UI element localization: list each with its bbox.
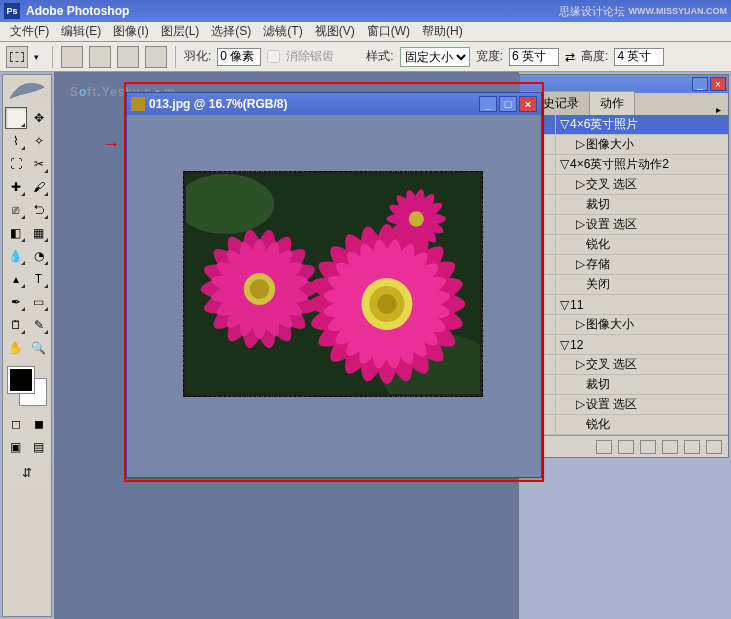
panel-close-button[interactable]: × xyxy=(710,77,726,91)
foreground-color[interactable] xyxy=(8,367,34,393)
action-row[interactable]: ✔锐化 xyxy=(520,415,728,435)
document-titlebar[interactable]: 013.jpg @ 16.7%(RGB/8) _ □ × xyxy=(127,93,541,115)
quickmask-mode-icon[interactable]: ◼ xyxy=(28,413,50,435)
menu-window[interactable]: 窗口(W) xyxy=(361,21,416,42)
style-select[interactable]: 固定大小 xyxy=(400,47,470,67)
move-tool[interactable]: ✥ xyxy=(28,107,50,129)
panel-minimize-button[interactable]: _ xyxy=(692,77,708,91)
dodge-tool[interactable]: ◔ xyxy=(28,245,50,267)
panel-menu-icon[interactable]: ▸ xyxy=(712,104,728,115)
menu-layer[interactable]: 图层(L) xyxy=(155,21,206,42)
type-tool[interactable]: T xyxy=(28,268,50,290)
action-row[interactable]: ✔裁切 xyxy=(520,195,728,215)
hand-tool[interactable]: ✋ xyxy=(5,337,27,359)
feather-input[interactable] xyxy=(217,48,261,66)
pen-tool[interactable]: ✒ xyxy=(5,291,27,313)
color-wells[interactable] xyxy=(6,365,48,407)
swap-dims-icon[interactable]: ⇄ xyxy=(565,50,575,64)
new-set-button[interactable] xyxy=(662,440,678,454)
selection-subtract-icon[interactable] xyxy=(117,46,139,68)
selection-intersect-icon[interactable] xyxy=(145,46,167,68)
disclosure-icon[interactable]: ▷ xyxy=(574,217,586,231)
disclosure-icon[interactable]: ▷ xyxy=(574,317,586,331)
feather-label: 羽化: xyxy=(184,48,211,65)
screenmode-2-icon[interactable]: ▤ xyxy=(28,436,50,458)
app-title: Adobe Photoshop xyxy=(26,4,129,18)
row-label: ▽11 xyxy=(556,298,583,312)
doc-maximize-button[interactable]: □ xyxy=(499,96,517,112)
actions-list[interactable]: ✔▽4×6英寸照片✔▷图像大小✔▽4×6英寸照片动作2✔▷交叉 选区✔裁切✔▷设… xyxy=(520,115,728,435)
width-input[interactable] xyxy=(509,48,559,66)
disclosure-icon[interactable]: ▽ xyxy=(558,117,570,131)
doc-close-button[interactable]: × xyxy=(519,96,537,112)
action-row[interactable]: ✔▷存储 xyxy=(520,255,728,275)
action-row[interactable]: ✔▽11 xyxy=(520,295,728,315)
action-row[interactable]: ✔关闭 xyxy=(520,275,728,295)
play-button[interactable] xyxy=(640,440,656,454)
action-row[interactable]: ✔裁切 xyxy=(520,375,728,395)
new-action-button[interactable] xyxy=(684,440,700,454)
action-row[interactable]: ✔▷设置 选区 xyxy=(520,395,728,415)
disclosure-icon[interactable]: ▽ xyxy=(558,338,570,352)
menu-view[interactable]: 视图(V) xyxy=(309,21,361,42)
eraser-tool[interactable]: ◧ xyxy=(5,222,27,244)
stamp-tool[interactable]: ⎚ xyxy=(5,199,27,221)
standard-mode-icon[interactable]: ◻ xyxy=(5,413,27,435)
selection-new-icon[interactable] xyxy=(61,46,83,68)
blur-tool[interactable]: 💧 xyxy=(5,245,27,267)
menu-help[interactable]: 帮助(H) xyxy=(416,21,469,42)
tab-actions[interactable]: 动作 xyxy=(589,91,635,115)
menu-edit[interactable]: 编辑(E) xyxy=(55,21,107,42)
menu-select[interactable]: 选择(S) xyxy=(205,21,257,42)
trash-button[interactable] xyxy=(706,440,722,454)
doc-minimize-button[interactable]: _ xyxy=(479,96,497,112)
zoom-tool[interactable]: 🔍 xyxy=(28,337,50,359)
workspace: Soft.Yesky.c●m → 013.jpg @ 16.7%(RGB/8) … xyxy=(54,72,519,619)
action-row[interactable]: ✔锐化 xyxy=(520,235,728,255)
forum-name: 思缘设计论坛 xyxy=(559,4,625,19)
screenmode-1-icon[interactable]: ▣ xyxy=(5,436,27,458)
height-input[interactable] xyxy=(614,48,664,66)
document-window[interactable]: 013.jpg @ 16.7%(RGB/8) _ □ × xyxy=(126,92,542,478)
disclosure-icon[interactable]: ▽ xyxy=(558,298,570,312)
action-row[interactable]: ✔▷图像大小 xyxy=(520,135,728,155)
disclosure-icon[interactable]: ▷ xyxy=(574,397,586,411)
tool-preset-dropdown[interactable]: ▾ xyxy=(34,52,44,62)
notes-tool[interactable]: 🗒 xyxy=(5,314,27,336)
disclosure-icon[interactable]: ▷ xyxy=(574,357,586,371)
selection-add-icon[interactable] xyxy=(89,46,111,68)
menu-image[interactable]: 图像(I) xyxy=(107,21,154,42)
shape-tool[interactable]: ▭ xyxy=(28,291,50,313)
disclosure-icon[interactable]: ▷ xyxy=(574,177,586,191)
action-row[interactable]: ✔▷交叉 选区 xyxy=(520,175,728,195)
document-canvas[interactable] xyxy=(183,171,483,397)
disclosure-icon[interactable]: ▷ xyxy=(574,257,586,271)
current-tool-indicator[interactable] xyxy=(6,46,28,68)
gradient-tool[interactable]: ▦ xyxy=(28,222,50,244)
action-row[interactable]: ✔▷图像大小 xyxy=(520,315,728,335)
lasso-tool[interactable]: ⌇ xyxy=(5,130,27,152)
action-row[interactable]: ✔▷设置 选区 xyxy=(520,215,728,235)
menu-file[interactable]: 文件(F) xyxy=(4,21,55,42)
path-select-tool[interactable]: ▴ xyxy=(5,268,27,290)
style-label: 样式: xyxy=(366,48,393,65)
record-button[interactable] xyxy=(618,440,634,454)
heal-tool[interactable]: ✚ xyxy=(5,176,27,198)
eyedropper-tool[interactable]: ✎ xyxy=(28,314,50,336)
jump-to-imageready[interactable]: ⇵ xyxy=(5,462,49,484)
slice-tool[interactable]: ✂ xyxy=(28,153,50,175)
wand-tool[interactable]: ✧ xyxy=(28,130,50,152)
action-row[interactable]: ✔▽12 xyxy=(520,335,728,355)
brush-tool[interactable]: 🖌 xyxy=(28,176,50,198)
crop-tool[interactable]: ⛶ xyxy=(5,153,27,175)
stop-button[interactable] xyxy=(596,440,612,454)
height-label: 高度: xyxy=(581,48,608,65)
menu-filter[interactable]: 滤镜(T) xyxy=(257,21,308,42)
marquee-tool[interactable] xyxy=(5,107,27,129)
disclosure-icon[interactable]: ▽ xyxy=(558,157,570,171)
action-row[interactable]: ✔▽4×6英寸照片 xyxy=(520,115,728,135)
history-brush-tool[interactable]: ⮌ xyxy=(28,199,50,221)
disclosure-icon[interactable]: ▷ xyxy=(574,137,586,151)
action-row[interactable]: ✔▽4×6英寸照片动作2 xyxy=(520,155,728,175)
action-row[interactable]: ✔▷交叉 选区 xyxy=(520,355,728,375)
